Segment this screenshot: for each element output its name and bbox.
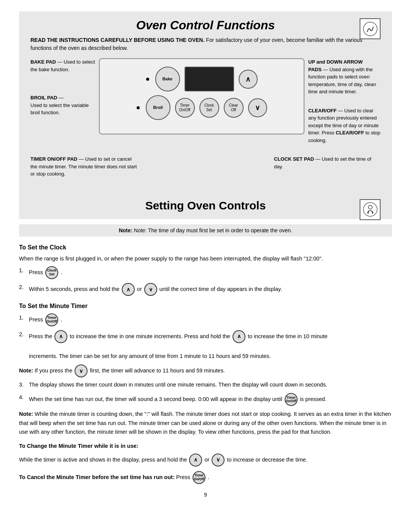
- timer-step-2: 2. Press the ∧ to increase the time in o…: [19, 330, 392, 361]
- section2-title: Setting Oven Controls: [30, 199, 381, 212]
- set-timer-heading: To Set the Minute Timer: [19, 301, 392, 311]
- down-arrow-inline-3[interactable]: ∨: [212, 454, 225, 466]
- up-arrow-button[interactable]: ∧: [239, 70, 258, 89]
- cancel-timer-text: To Cancel the Minute Timer before the se…: [19, 471, 392, 484]
- timer-inline-btn-2[interactable]: TimerOn/Off: [285, 393, 298, 406]
- dot-indicator-broil: [137, 106, 140, 109]
- clock-set-bottom-label: CLOCK SET PAD — Used to set the time of …: [274, 155, 381, 178]
- page-title: Oven Control Functions: [30, 18, 381, 32]
- timer-note-2: Note: While the minute timer is counting…: [19, 410, 392, 436]
- clear-off-button-panel[interactable]: Clear Off: [224, 98, 244, 118]
- timer-button-panel[interactable]: Timer On/Off: [175, 98, 195, 118]
- clock-step-2: 2. Within 5 seconds, press and hold the …: [19, 283, 392, 296]
- timer-note-1: Note: If you press the ∨ first, the time…: [19, 364, 392, 377]
- section2-icon: [360, 199, 381, 220]
- note-bar: Note: Note: The time of day must first b…: [19, 224, 392, 236]
- right-labels: UP and DOWN ARROW PADS — Used along with…: [308, 58, 381, 152]
- bake-button[interactable]: Bake: [155, 67, 180, 91]
- up-arrow-inline-4[interactable]: ∧: [189, 454, 202, 466]
- down-arrow-inline-2[interactable]: ∨: [75, 364, 88, 377]
- timer-step-4: 4. When the set time has run out, the ti…: [19, 393, 392, 406]
- svg-point-0: [363, 22, 377, 36]
- change-timer-heading: To Change the Minute Timer while it is i…: [19, 442, 392, 451]
- header-icon: [360, 18, 381, 39]
- timer-inline-btn-1[interactable]: TimerOn/Off: [45, 313, 58, 326]
- timer-step-1: 1. Press TimerOn/Off .: [19, 313, 392, 326]
- svg-point-1: [363, 203, 377, 216]
- intro-bold: READ THE INSTRUCTIONS CAREFULLY BEFORE U…: [30, 37, 204, 43]
- broil-button[interactable]: Broil: [146, 95, 170, 120]
- panel-row-top: Bake ∧: [105, 67, 298, 91]
- svg-point-2: [368, 205, 372, 209]
- up-arrow-inline-2[interactable]: ∧: [54, 330, 67, 343]
- change-timer-text: While the timer is active and shows in t…: [19, 454, 392, 466]
- display-screen: [185, 67, 234, 91]
- down-arrow-inline-1[interactable]: ∨: [144, 283, 157, 296]
- timer-bottom-label: TIMER ON/OFF PAD — Used to set or cancel…: [30, 155, 137, 178]
- control-panel: Bake ∧ Broil Timer On/Off Clock: [99, 58, 304, 134]
- down-arrow-button[interactable]: ∨: [248, 98, 267, 117]
- left-labels: BAKE PAD — Used to select the bake funct…: [30, 58, 95, 132]
- intro-paragraph: READ THE INSTRUCTIONS CAREFULLY BEFORE U…: [30, 36, 381, 52]
- clock-set-button-panel[interactable]: Clock Set: [199, 98, 219, 118]
- up-arrow-inline-3[interactable]: ∧: [233, 330, 245, 343]
- diagram-area: BAKE PAD — Used to select the bake funct…: [30, 58, 381, 152]
- content-area: To Set the Clock When the range is first…: [19, 243, 392, 484]
- page-number: 9: [19, 492, 392, 498]
- timer-step-3: 3. The display shows the timer count dow…: [19, 380, 392, 389]
- header-section: Oven Control Functions READ THE INSTRUCT…: [19, 11, 392, 192]
- broil-pad-label: BROIL PAD — Used to select the variable …: [30, 94, 95, 117]
- clock-set-inline-btn-1[interactable]: ClockSet: [45, 266, 58, 279]
- clear-off-label: CLEAR/OFF — Used to clear any function p…: [308, 107, 381, 144]
- clock-step-1: 1. Press ClockSet .: [19, 266, 392, 279]
- up-down-label: UP and DOWN ARROW PADS — Used along with…: [308, 58, 381, 96]
- dot-indicator-bake: [146, 78, 149, 81]
- bottom-labels: TIMER ON/OFF PAD — Used to set or cancel…: [30, 155, 381, 178]
- bake-pad-label: BAKE PAD — Used to select the bake funct…: [30, 58, 95, 73]
- set-clock-intro: When the range is first plugged in, or w…: [19, 254, 392, 263]
- set-clock-heading: To Set the Clock: [19, 243, 392, 252]
- panel-row-bottom: Broil Timer On/Off Clock Set Clear Off ∨: [105, 95, 298, 120]
- section2-header: Setting Oven Controls: [19, 192, 392, 219]
- up-arrow-inline-1[interactable]: ∧: [122, 283, 135, 296]
- timer-inline-btn-3[interactable]: TimerOn/Off: [193, 471, 206, 484]
